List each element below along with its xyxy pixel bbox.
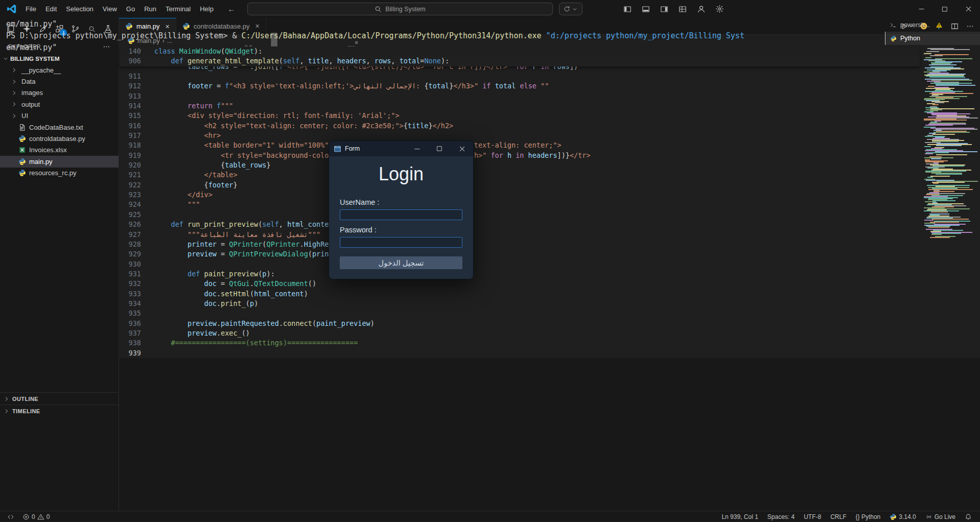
vscode-window: FileEditSelectionViewGoRunTerminalHelp ←… [0, 0, 980, 522]
dialog-title: Form [345, 145, 360, 152]
titlebar: FileEditSelectionViewGoRunTerminalHelp ←… [0, 0, 980, 18]
terminal-tab-label: Python [900, 35, 920, 42]
terminal-list: powersh...Python [885, 18, 980, 522]
chevron-down-icon [572, 6, 578, 12]
layout-grid-icon [679, 5, 687, 13]
terminal-prompt-icon [890, 21, 897, 29]
code-line[interactable]: 906 def generate_html_template(self, tit… [120, 56, 920, 66]
terminal-line: PS D:\projects python\my_project\Billing… [6, 30, 885, 42]
titlebar-actions [621, 0, 726, 18]
dialog-body: Login UserName : Password : تسجيل الدخول [329, 163, 473, 269]
login-heading: Login [340, 163, 462, 185]
maximize-icon [941, 6, 948, 13]
settings-gear-button[interactable] [713, 3, 726, 15]
code-text: def generate_html_template(self, title, … [154, 56, 920, 66]
menu-file[interactable]: File [21, 0, 41, 18]
search-icon [375, 6, 382, 13]
close-icon [458, 145, 466, 153]
menubar: FileEditSelectionViewGoRunTerminalHelp [21, 0, 218, 18]
layout-sync-button[interactable] [559, 3, 582, 15]
menu-selection[interactable]: Selection [61, 0, 98, 18]
password-label: Password : [340, 226, 462, 234]
line-number: 140 [120, 46, 154, 56]
dialog-minimize-button[interactable] [406, 141, 428, 156]
menu-edit[interactable]: Edit [41, 0, 61, 18]
terminal-tab-label: powersh... [900, 21, 930, 29]
terminal-line: em/main.py" [6, 18, 885, 30]
command-center-search[interactable]: Billing System [247, 3, 553, 15]
close-button[interactable] [956, 0, 980, 18]
line-number: 906 [120, 56, 154, 66]
python-terminal-icon [890, 35, 897, 42]
menu-help[interactable]: Help [195, 0, 218, 18]
menu-view[interactable]: View [98, 0, 122, 18]
warning-icon [936, 21, 943, 29]
layout-grid-button[interactable] [676, 3, 689, 15]
account-icon [697, 5, 706, 13]
panel-bottom-button[interactable] [640, 3, 652, 15]
menu-go[interactable]: Go [122, 0, 139, 18]
code-text: class MainWindow(QWidget): [154, 46, 920, 56]
username-label: UserName : [340, 198, 462, 206]
nav-back-button[interactable]: ← [226, 5, 237, 13]
dialog-close-button[interactable] [451, 141, 473, 156]
account-button[interactable] [695, 3, 707, 15]
maximize-button[interactable] [933, 0, 956, 18]
search-label: Billing System [385, 6, 426, 13]
login-submit-button[interactable]: تسجيل الدخول [340, 256, 462, 269]
minimize-button[interactable] [909, 0, 933, 18]
panel-left-button[interactable] [621, 3, 634, 15]
panel-left-icon [623, 5, 632, 13]
form-window-icon [334, 145, 341, 153]
password-input[interactable] [340, 237, 462, 248]
code-line[interactable]: 140class MainWindow(QWidget): [120, 46, 920, 56]
terminal-tab-Python[interactable]: Python [885, 32, 980, 45]
panel-bottom-icon [642, 5, 650, 13]
sync-icon [564, 6, 570, 12]
menu-run[interactable]: Run [139, 0, 161, 18]
login-dialog: Form Login UserName : Password : تسجيل ا… [329, 140, 474, 279]
panel-right-button[interactable] [658, 3, 670, 15]
terminal-tab-powersh[interactable]: powersh... [885, 18, 980, 32]
panel-right-icon [660, 5, 668, 13]
vscode-logo [6, 4, 17, 14]
dialog-maximize-button[interactable] [428, 141, 451, 156]
settings-gear-icon [715, 5, 724, 13]
username-input[interactable] [340, 209, 462, 220]
minimize-icon [918, 5, 925, 13]
dialog-window-controls [406, 141, 473, 156]
minimize-icon [413, 145, 421, 153]
sticky-scroll: 140class MainWindow(QWidget):906 def gen… [120, 46, 920, 66]
dialog-titlebar[interactable]: Form [329, 141, 473, 156]
window-controls [909, 0, 980, 18]
maximize-icon [436, 145, 443, 152]
menu-terminal[interactable]: Terminal [161, 0, 195, 18]
close-icon [965, 5, 972, 13]
